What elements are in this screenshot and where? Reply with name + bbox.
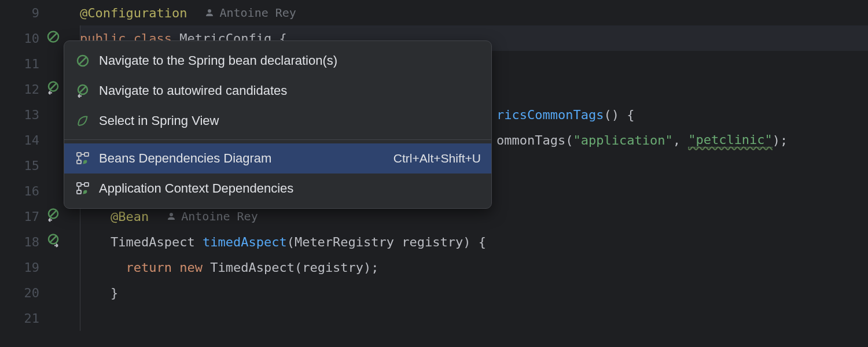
- annotation: @Bean: [111, 209, 149, 224]
- author-name: Antoine Rey: [181, 209, 258, 223]
- line-number: 20: [24, 286, 63, 300]
- svg-line-13: [80, 87, 86, 93]
- keyword: new: [172, 260, 203, 275]
- spring-bean-gutter-icon[interactable]: [46, 30, 60, 47]
- gutter-line: 16: [0, 178, 62, 204]
- popup-item-label: Navigate to autowired candidates: [99, 83, 481, 98]
- svg-line-5: [50, 211, 56, 217]
- keyword: return: [126, 260, 171, 275]
- code-line: }: [80, 280, 868, 305]
- author-name: Antoine Rey: [219, 6, 296, 20]
- gutter-line: 17: [0, 204, 62, 229]
- author-inlay-hint[interactable]: Antoine Rey: [166, 209, 258, 223]
- popup-item-label: Beans Dependencies Diagram: [99, 151, 393, 166]
- popup-item-navigate-bean[interactable]: Navigate to the Spring bean declaration(…: [64, 46, 491, 76]
- svg-rect-14: [77, 153, 81, 156]
- line-number: 14: [24, 133, 63, 147]
- spring-autowire-gutter-icon[interactable]: [46, 81, 60, 98]
- svg-rect-17: [77, 183, 81, 186]
- gutter-line: 12: [0, 76, 62, 102]
- gutter: 9 10 11 12 13 14 15 16 17: [0, 0, 62, 347]
- type: TimedAspect: [111, 235, 203, 249]
- svg-rect-19: [77, 190, 81, 194]
- gutter-line: 15: [0, 153, 62, 178]
- person-icon: [204, 8, 215, 18]
- gutter-line: 19: [0, 254, 62, 280]
- gutter-line: 14: [0, 127, 62, 153]
- gutter-line: 9: [0, 0, 62, 25]
- gutter-popup-menu: Navigate to the Spring bean declaration(…: [64, 40, 492, 209]
- author-inlay-hint[interactable]: Antoine Rey: [204, 6, 296, 20]
- spring-leaf-icon: [75, 113, 91, 129]
- popup-item-navigate-autowired[interactable]: Navigate to autowired candidates: [64, 76, 491, 106]
- spring-autowire-gutter-icon[interactable]: [46, 208, 60, 225]
- string-literal: "application": [573, 133, 672, 147]
- diagram-icon: [75, 150, 91, 167]
- gutter-line: 13: [0, 102, 62, 127]
- code-line: return new TimedAspect(registry);: [80, 254, 868, 280]
- spring-bean-icon: [75, 53, 91, 69]
- constructor-call: TimedAspect(registry);: [203, 260, 379, 275]
- params: (MeterRegistry registry) {: [287, 235, 486, 249]
- gutter-line: 11: [0, 51, 62, 76]
- line-number: 15: [24, 158, 63, 173]
- gutter-line: 10: [0, 25, 62, 51]
- svg-point-8: [208, 9, 211, 13]
- line-number: 9: [32, 6, 62, 20]
- person-icon: [166, 211, 176, 222]
- svg-rect-16: [77, 160, 81, 164]
- gutter-line: 21: [0, 305, 62, 331]
- popup-item-label: Navigate to the Spring bean declaration(…: [99, 53, 481, 68]
- method-name: timedAspect: [203, 235, 287, 249]
- code-line: @Configuration Antoine Rey: [80, 0, 868, 25]
- popup-item-shortcut: Ctrl+Alt+Shift+U: [393, 152, 481, 165]
- svg-line-3: [50, 84, 56, 90]
- code-line: [80, 305, 868, 331]
- svg-line-1: [50, 34, 57, 40]
- popup-item-label: Application Context Dependencies: [99, 181, 481, 196]
- svg-point-9: [170, 213, 173, 216]
- parens: (): [604, 108, 619, 122]
- svg-line-7: [50, 237, 56, 242]
- svg-rect-18: [84, 183, 89, 186]
- popup-separator: [64, 139, 491, 140]
- line-number: 13: [24, 108, 63, 122]
- line-number: 16: [24, 184, 63, 198]
- popup-item-label: Select in Spring View: [99, 113, 481, 128]
- method-name: ricsCommonTags: [496, 108, 604, 122]
- line-number: 11: [24, 57, 63, 71]
- gutter-line: 18: [0, 229, 62, 254]
- popup-item-app-context-deps[interactable]: Application Context Dependencies: [64, 174, 491, 204]
- gutter-line: 20: [0, 280, 62, 305]
- code-line: TimedAspect timedAspect(MeterRegistry re…: [80, 229, 868, 254]
- svg-line-11: [79, 57, 86, 64]
- line-number: 21: [24, 311, 63, 326]
- popup-item-select-spring-view[interactable]: Select in Spring View: [64, 106, 491, 136]
- method-call: ommonTags: [496, 133, 565, 147]
- diagram-icon: [75, 180, 91, 197]
- svg-rect-15: [84, 153, 89, 156]
- spring-autowire-icon: [75, 83, 91, 99]
- spring-autowire-gutter-icon[interactable]: [46, 234, 60, 250]
- brace: {: [619, 108, 635, 122]
- string-literal: "petclinic": [688, 132, 773, 147]
- line-number: 19: [24, 260, 63, 275]
- brace: }: [111, 286, 118, 300]
- annotation: @Configuration: [80, 6, 187, 20]
- popup-item-beans-diagram[interactable]: Beans Dependencies Diagram Ctrl+Alt+Shif…: [64, 143, 491, 174]
